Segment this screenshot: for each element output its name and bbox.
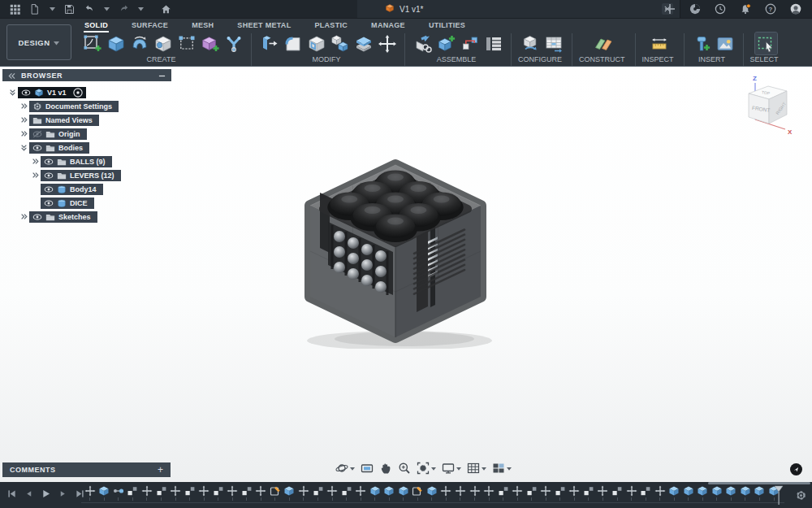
grid-settings-icon[interactable] [467,462,486,475]
browser-item-v1-v1[interactable]: V1 v1 [18,87,86,98]
document-tab[interactable]: V1 v1* [357,0,680,18]
look-at-icon[interactable] [361,462,374,475]
timeline-feature-move-18[interactable] [325,485,339,504]
fit-icon[interactable] [417,462,436,475]
browser-item-sketches[interactable]: Sketches [29,211,97,223]
timeline-feature-move-28[interactable] [468,485,482,504]
timeline-feature-move-33[interactable] [539,485,554,504]
timeline-feature-extrude-44[interactable] [696,485,710,504]
timeline-feature-joint-40[interactable] [638,485,653,504]
redo-icon[interactable] [115,2,132,16]
timeline-feature-extrude-23[interactable] [396,485,411,504]
expand-caret-icon[interactable] [30,172,41,179]
browser-minimize-icon[interactable] [158,68,166,83]
timeline-feature-move-26[interactable] [439,485,454,504]
file-menu-caret-icon[interactable] [47,2,58,16]
browser-item-document-settings[interactable]: Document Settings [29,101,119,112]
ribbon-group-label-inspect[interactable]: INSPECT [642,55,677,63]
expand-caret-icon[interactable] [19,130,29,137]
timeline-feature-extrude-25[interactable] [425,485,439,504]
timeline-feature-move-27[interactable] [453,485,468,504]
timeline-feature-move-20[interactable] [353,485,368,504]
press-pull-icon[interactable] [258,33,280,54]
timeline-feature-move-31[interactable] [510,485,525,504]
timeline-feature-move-16[interactable] [296,485,311,504]
zoom-icon[interactable] [398,462,411,475]
browser-item-levers-12[interactable]: LEVERS (12) [41,170,121,181]
timeline-feature-joint-4[interactable] [126,485,140,504]
ribbon-tab-manage[interactable]: MANAGE [371,20,405,31]
timeline-feature-extrude-2[interactable] [97,485,112,504]
timeline-feature-sketch-24[interactable] [411,485,425,504]
browser-header[interactable]: BROWSER [2,69,171,81]
create-sketch-icon[interactable] [81,33,103,54]
timeline-feature-extrude-47[interactable] [738,485,753,504]
visibility-eye-icon[interactable] [21,88,31,98]
browser-item-origin[interactable]: Origin [29,128,87,140]
ribbon-tab-solid[interactable]: SOLID [84,20,108,31]
new-component-icon[interactable] [435,33,457,54]
timeline-feature-joint-34[interactable] [553,485,568,504]
expand-caret-icon[interactable] [7,89,18,96]
expand-caret-icon[interactable] [19,116,29,124]
timeline-scrollbar[interactable] [708,482,810,484]
visibility-eye-icon[interactable] [44,185,54,194]
timeline-step-back-icon[interactable] [24,489,33,498]
timeline-feature-extrude-46[interactable] [724,485,739,504]
timeline-feature-sketch-14[interactable] [268,485,283,504]
timeline-skip-start-icon[interactable] [7,489,16,498]
extrude-icon[interactable] [105,33,127,54]
user-avatar[interactable] [788,2,804,16]
workspace-switcher-design-button[interactable]: DESIGN [6,24,71,60]
timeline-feature-extrude-42[interactable] [667,485,681,504]
save-icon[interactable] [61,2,78,16]
ribbon-group-label-assemble[interactable]: ASSEMBLE [437,55,480,63]
timeline-feature-move-11[interactable] [225,485,240,504]
expand-caret-icon[interactable] [19,213,29,220]
expand-caret-icon[interactable] [30,158,41,165]
browser-item-bodies[interactable]: Bodies [29,142,89,154]
extensions-icon[interactable] [687,2,703,16]
ribbon-group-label-configure[interactable]: CONFIGURE [518,55,565,63]
hole-icon[interactable] [152,33,174,54]
timeline-feature-extrude-22[interactable] [382,485,396,504]
timeline-feature-move-7[interactable] [168,485,183,504]
visibility-eye-icon[interactable] [32,212,42,222]
timeline-feature-extrude-48[interactable] [753,485,767,504]
browser-item-named-views[interactable]: Named Views [29,115,99,126]
timeline-feature-joint-10[interactable] [211,485,226,504]
viewports-icon[interactable] [492,462,512,475]
timeline-feature-link-3[interactable] [111,485,126,504]
timeline-feature-extrude-21[interactable] [368,485,382,504]
visibility-eye-icon[interactable] [32,143,42,153]
move-icon[interactable] [376,33,398,54]
timeline-feature-move-29[interactable] [482,485,496,504]
insert-derive-icon[interactable] [412,33,434,54]
expand-caret-icon[interactable] [19,144,29,151]
browser-item-balls-9[interactable]: BALLS (9) [41,156,112,167]
joint-icon[interactable] [459,33,481,54]
comments-panel[interactable]: COMMENTS + [2,462,171,477]
file-menu-icon[interactable] [27,2,44,16]
visibility-eye-icon[interactable] [44,157,54,167]
canvas-icon[interactable] [715,33,736,54]
timeline-settings-gear-icon[interactable] [796,489,806,504]
insert-element-icon[interactable] [691,33,713,54]
orbit-icon[interactable] [335,462,355,475]
timeline-feature-joint-8[interactable] [183,485,197,504]
pipe-icon[interactable] [222,33,244,54]
undo-icon[interactable] [81,2,98,16]
timeline-feature-move-35[interactable] [568,485,582,504]
timeline-feature-move-39[interactable] [624,485,639,504]
split-body-icon[interactable] [352,33,374,54]
timeline-feature-extrude-43[interactable] [681,485,696,504]
timeline-step-forward-icon[interactable] [58,489,67,498]
bom-icon[interactable] [482,33,504,54]
timeline-feature-joint-12[interactable] [240,485,254,504]
ribbon-group-label-modify[interactable]: MODIFY [313,55,344,63]
view-cube[interactable]: Z X TOP FRONT RIGHT [735,72,808,145]
browser-item-body14[interactable]: Body14 [41,184,103,195]
browser-collapse-icon[interactable] [8,68,15,83]
timeline-feature-extrude-45[interactable] [710,485,724,504]
timeline-playhead[interactable] [774,485,784,506]
